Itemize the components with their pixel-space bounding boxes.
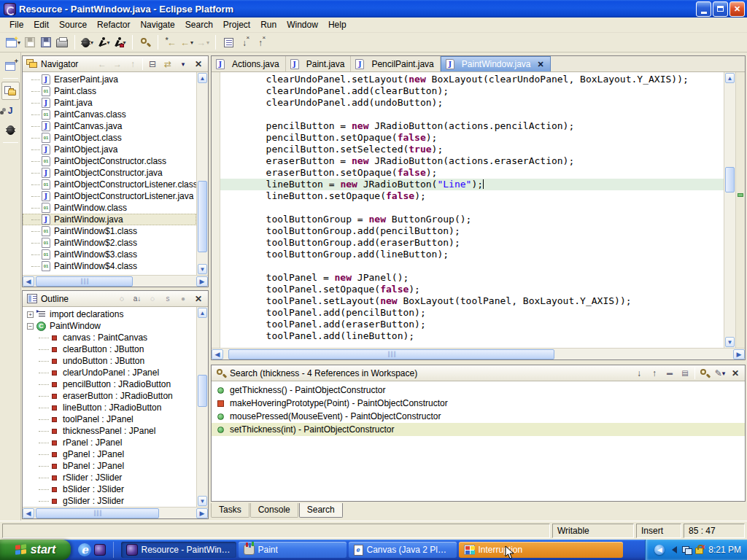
run-button[interactable]: ▾ xyxy=(96,34,112,50)
tree-expander-icon[interactable]: − xyxy=(27,323,34,330)
navigator-item[interactable]: 01PaintObject.class xyxy=(23,132,196,144)
last-edit-location-button[interactable]: *← xyxy=(163,34,179,50)
code-line[interactable]: pencilButton.setOpaque(false); xyxy=(220,132,724,144)
code-line[interactable]: toolPanel.setLayout(new BoxLayout(toolPa… xyxy=(220,295,724,307)
menu-navigate[interactable]: Navigate xyxy=(135,18,179,31)
internet-explorer-icon[interactable]: e xyxy=(78,543,91,556)
outline-member[interactable]: bSlider : JSlider xyxy=(23,483,196,495)
editor-vscrollbar[interactable]: ▲ ▼ xyxy=(724,72,735,348)
taskbar-button-interruption[interactable]: Interruption xyxy=(459,542,623,558)
navigator-item[interactable]: JPaintCanvas.java xyxy=(23,120,196,132)
code-line[interactable]: toolPanel.add(eraserButton); xyxy=(220,319,724,330)
code-line[interactable]: pencilButton.setSelected(true); xyxy=(220,144,724,155)
navigator-hscrollbar[interactable]: ◀ ▶ xyxy=(23,275,208,287)
outline-node[interactable]: −CPaintWindow xyxy=(23,320,196,332)
editor-tab-pencilpaint-java[interactable]: JPencilPaint.java xyxy=(351,56,440,71)
navigator-vscrollbar[interactable]: ▲ ▼ xyxy=(196,72,208,275)
navigator-item[interactable]: JPaint.java xyxy=(23,97,196,109)
previous-annotation-button[interactable]: ↑× xyxy=(252,34,268,50)
network-icon[interactable] xyxy=(682,546,692,554)
annotation-marker[interactable] xyxy=(738,193,743,197)
taskbar-button-resource-paintwind-[interactable]: Resource - PaintWind... xyxy=(121,542,236,558)
outline-sort-button[interactable]: ◌ xyxy=(115,292,128,306)
code-line[interactable]: lineButton.setOpaque(false); xyxy=(220,190,724,202)
view-tab-console[interactable]: Console xyxy=(250,503,298,518)
open-perspective-button[interactable] xyxy=(1,57,20,75)
outline-member[interactable]: clearButton : JButton xyxy=(23,343,196,355)
navigator-item[interactable]: 01PaintWindow$4.class xyxy=(23,260,196,272)
outline-member[interactable]: clearUndoPanel : JPanel xyxy=(23,367,196,378)
navigator-item[interactable]: 01PaintObjectConstructorListener.class xyxy=(23,179,196,190)
code-line[interactable]: lineButton = new JRadioButton("Line"); xyxy=(220,179,724,190)
menu-run[interactable]: Run xyxy=(255,18,282,31)
menu-help[interactable]: Help xyxy=(323,18,352,31)
search-result-item[interactable]: makeHoveringPrototype(Point) - PaintObje… xyxy=(212,397,745,410)
outline-member[interactable]: gSlider : JSlider xyxy=(23,495,196,507)
navigator-item[interactable]: 01PaintCanvas.class xyxy=(23,109,196,120)
next-annotation-button[interactable]: ↓× xyxy=(236,34,252,50)
restore-button[interactable] xyxy=(713,1,728,17)
navigator-back-button[interactable]: ← xyxy=(96,58,109,71)
navigator-item[interactable]: 01Paint.class xyxy=(23,85,196,97)
outline-hide-fields-button[interactable]: ◌ xyxy=(146,292,159,306)
taskbar-clock[interactable]: 8:21 PM xyxy=(707,545,741,555)
link-with-editor-button[interactable]: ⇄ xyxy=(161,58,174,71)
outline-member[interactable]: toolPanel : JPanel xyxy=(23,413,196,425)
start-button[interactable]: start xyxy=(0,540,71,560)
forward-dropdown-icon[interactable]: ▾ xyxy=(206,39,209,46)
code-line[interactable]: toolButtonGroup.add(eraserButton); xyxy=(220,237,724,249)
collapse-all-button[interactable]: ⊟ xyxy=(146,58,159,71)
external-tools-button[interactable]: ▾ xyxy=(112,34,128,50)
outline-member[interactable]: gPanel : JPanel xyxy=(23,448,196,460)
minimize-button[interactable] xyxy=(696,1,711,17)
close-button[interactable]: ✕ xyxy=(729,1,745,17)
code-editor[interactable]: clearUndoPanel.setLayout(new BoxLayout(c… xyxy=(220,72,724,348)
previous-search-results-button[interactable]: ✎▾ xyxy=(713,367,727,380)
navigator-up-button[interactable]: ↑ xyxy=(126,58,139,71)
code-line[interactable] xyxy=(220,202,724,214)
code-line[interactable]: toolPanel.add(lineButton); xyxy=(220,330,724,342)
code-line[interactable]: toolButtonGroup = new ButtonGroup(); xyxy=(220,214,724,225)
navigator-item[interactable]: JPaintObjectConstructorListener.java xyxy=(23,190,196,202)
code-line[interactable]: clearUndoPanel.add(clearButton); xyxy=(220,85,724,97)
code-line[interactable]: clearUndoPanel.add(undoButton); xyxy=(220,97,724,109)
outline-member[interactable]: thicknessPanel : JPanel xyxy=(23,425,196,437)
save-all-button[interactable] xyxy=(38,34,54,50)
outline-member[interactable]: canvas : PaintCanvas xyxy=(23,332,196,343)
navigator-item[interactable]: 01PaintWindow$3.class xyxy=(23,249,196,260)
back-dropdown-icon[interactable]: ▾ xyxy=(190,39,193,46)
debug-button[interactable]: ▾ xyxy=(80,34,96,50)
taskbar-button-paint[interactable]: Paint xyxy=(239,542,347,558)
outline-hscrollbar[interactable]: ◀ ▶ xyxy=(23,507,208,518)
menu-refactor[interactable]: Refactor xyxy=(92,18,135,31)
navigator-item[interactable]: 01PaintObjectConstructor.class xyxy=(23,155,196,167)
debug-dropdown-icon[interactable]: ▾ xyxy=(90,39,93,46)
navigator-forward-button[interactable]: → xyxy=(111,58,124,71)
code-line[interactable] xyxy=(220,260,724,272)
outline-member[interactable]: pencilButton : JRadioButton xyxy=(23,378,196,390)
outline-close-button[interactable]: ✕ xyxy=(192,292,205,306)
navigator-item[interactable]: JPaintObject.java xyxy=(23,144,196,155)
outline-sort-az-button[interactable]: a↓ xyxy=(131,292,144,306)
annotation-list-button[interactable] xyxy=(220,34,236,50)
eclipse-quicklaunch-icon[interactable] xyxy=(94,544,106,556)
hide-tray-icons-button[interactable]: ◀ xyxy=(654,545,665,555)
editor-tab-paint-java[interactable]: JPaint.java xyxy=(286,56,352,71)
code-line[interactable]: toolPanel.setOpaque(false); xyxy=(220,284,724,295)
outline-hide-nonpublic-button[interactable]: ● xyxy=(177,292,190,306)
outline-member[interactable]: rPanel : JPanel xyxy=(23,437,196,448)
code-line[interactable]: clearUndoPanel.setLayout(new BoxLayout(c… xyxy=(220,74,724,85)
back-button[interactable]: ←▾ xyxy=(179,34,195,50)
resource-perspective-button[interactable] xyxy=(1,82,20,100)
menu-edit[interactable]: Edit xyxy=(28,18,54,31)
menu-search[interactable]: Search xyxy=(180,18,218,31)
navigator-item[interactable]: JPaintWindow.java xyxy=(23,214,196,225)
navigator-item[interactable]: 01PaintWindow.class xyxy=(23,202,196,214)
print-button[interactable] xyxy=(54,34,70,50)
code-line[interactable]: eraserButton = new JRadioButton(actions.… xyxy=(220,155,724,167)
code-line[interactable] xyxy=(220,109,724,120)
search-result-item[interactable]: getThickness() - PaintObjectConstructor xyxy=(212,384,745,397)
search-result-item[interactable]: setThickness(int) - PaintObjectConstruct… xyxy=(212,423,745,436)
menu-file[interactable]: File xyxy=(4,18,28,31)
security-alert-icon[interactable] xyxy=(695,548,703,554)
